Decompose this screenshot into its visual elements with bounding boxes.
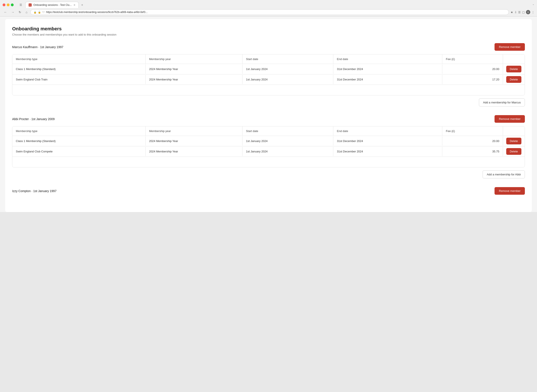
cell-fee: 20.00 bbox=[442, 64, 503, 74]
cell-type: Swim England Club Train bbox=[12, 75, 146, 84]
home-button[interactable]: ⌂ bbox=[24, 9, 29, 15]
tab-label: Onboarding sessions - Test Clu... bbox=[33, 4, 72, 6]
delete-button-abbi-0[interactable]: Delete bbox=[506, 138, 521, 145]
delete-button-abbi-1[interactable]: Delete bbox=[506, 148, 521, 155]
add-membership-row-marcus: Add a membership for Marcus bbox=[12, 98, 525, 108]
cell-start: 1st January 2024 bbox=[242, 147, 333, 156]
col-header-fee: Fee (£) bbox=[442, 126, 503, 136]
url-bar[interactable]: 🔒 🔓 🛡 https://testclub.membership.test/o… bbox=[30, 9, 509, 15]
col-header-end-date: End date bbox=[333, 54, 442, 64]
cell-fee: 17.20 bbox=[442, 75, 503, 84]
table-row: Class 1 Membership (Standard) 2024 Membe… bbox=[12, 64, 525, 74]
membership-table-marcus: Membership type Membership year Start da… bbox=[12, 54, 525, 95]
col-header-actions bbox=[503, 54, 525, 64]
cell-year: 2024 Membership Year bbox=[146, 136, 242, 146]
add-membership-button-abbi[interactable]: Add a membership for Abbi bbox=[483, 170, 525, 178]
cell-start: 1st January 2024 bbox=[242, 136, 333, 146]
member-section-abbi: Abbi Procter · 1st January 2009 Remove m… bbox=[12, 115, 525, 180]
table-header-abbi: Membership type Membership year Start da… bbox=[12, 126, 525, 136]
col-header-actions bbox=[503, 126, 525, 136]
table-row: Swim England Club Compete 2024 Membershi… bbox=[12, 146, 525, 157]
member-header-marcus: Marcus Kauffmann · 1st January 1997 Remo… bbox=[12, 43, 525, 51]
menu-icon[interactable]: ⋮ bbox=[532, 11, 534, 14]
active-tab[interactable]: SC Onboarding sessions - Test Clu... ✕ bbox=[25, 2, 79, 8]
new-tab-button[interactable]: + bbox=[79, 2, 85, 8]
member-header-izzy: Izzy Compton · 1st January 1997 Remove m… bbox=[12, 187, 525, 195]
cell-type: Class 1 Membership (Standard) bbox=[12, 136, 146, 146]
shield-icon: 🛡 bbox=[42, 11, 45, 14]
browser-toolbar-icons: ★ ⇩ ☰ ▢ U ⋮ bbox=[511, 10, 534, 14]
cell-start: 1st January 2024 bbox=[242, 64, 333, 74]
tab-bar: ☰ SC Onboarding sessions - Test Clu... ✕… bbox=[0, 0, 537, 8]
library-icon[interactable]: ☰ bbox=[518, 11, 521, 14]
col-header-membership-type: Membership type bbox=[12, 54, 146, 64]
cell-end: 31st December 2024 bbox=[333, 75, 442, 84]
cell-type: Class 1 Membership (Standard) bbox=[12, 64, 146, 74]
download-icon[interactable]: ⇩ bbox=[514, 11, 517, 14]
col-header-end-date: End date bbox=[333, 126, 442, 136]
col-header-membership-type: Membership type bbox=[12, 126, 146, 136]
cell-action: Delete bbox=[503, 136, 525, 146]
member-section-izzy: Izzy Compton · 1st January 1997 Remove m… bbox=[12, 187, 525, 198]
cell-year: 2024 Membership Year bbox=[146, 75, 242, 84]
sidebar-toggle-icon[interactable]: ☰ bbox=[17, 3, 24, 6]
member-name-abbi: Abbi Procter · 1st January 2009 bbox=[12, 117, 55, 121]
maximize-window-button[interactable] bbox=[11, 4, 14, 6]
url-text: https://testclub.membership.test/onboard… bbox=[46, 11, 506, 14]
cell-end: 31st December 2024 bbox=[333, 64, 442, 74]
window-controls bbox=[3, 4, 14, 6]
tab-close-button[interactable]: ✕ bbox=[74, 4, 75, 6]
close-window-button[interactable] bbox=[3, 4, 5, 6]
remove-member-button-abbi[interactable]: Remove member bbox=[495, 115, 525, 123]
tab-list-button[interactable]: ⌄ bbox=[532, 3, 534, 7]
page-title: Onboarding members bbox=[12, 26, 525, 32]
member-name-izzy: Izzy Compton · 1st January 1997 bbox=[12, 189, 56, 193]
col-header-membership-year: Membership year bbox=[146, 54, 242, 64]
table-row: Swim England Club Train 2024 Membership … bbox=[12, 74, 525, 85]
extensions-icon[interactable]: ▢ bbox=[522, 11, 525, 14]
col-header-start-date: Start date bbox=[242, 126, 333, 136]
cell-action: Delete bbox=[503, 146, 525, 157]
browser-chrome: ☰ SC Onboarding sessions - Test Clu... ✕… bbox=[0, 0, 537, 16]
tab-favicon-icon: SC bbox=[29, 4, 32, 6]
cell-action: Delete bbox=[503, 74, 525, 84]
cell-type: Swim England Club Compete bbox=[12, 147, 146, 156]
table-header-marcus: Membership type Membership year Start da… bbox=[12, 54, 525, 64]
table-empty-row bbox=[12, 85, 525, 95]
add-membership-button-marcus[interactable]: Add a membership for Marcus bbox=[479, 98, 525, 107]
add-membership-row-abbi: Add a membership for Abbi bbox=[12, 170, 525, 180]
remove-member-button-marcus[interactable]: Remove member bbox=[495, 43, 525, 51]
col-header-start-date: Start date bbox=[242, 54, 333, 64]
security-icon: 🔒 bbox=[34, 11, 37, 14]
table-row: Class 1 Membership (Standard) 2024 Membe… bbox=[12, 136, 525, 146]
cell-end: 31st December 2024 bbox=[333, 136, 442, 146]
remove-member-button-izzy[interactable]: Remove member bbox=[495, 187, 525, 195]
lock-icon: 🔓 bbox=[38, 11, 41, 14]
cell-year: 2024 Membership Year bbox=[146, 64, 242, 74]
member-name-marcus: Marcus Kauffmann · 1st January 1997 bbox=[12, 45, 63, 49]
cell-end: 31st December 2024 bbox=[333, 147, 442, 156]
membership-table-abbi: Membership type Membership year Start da… bbox=[12, 126, 525, 167]
col-header-fee: Fee (£) bbox=[442, 54, 503, 64]
forward-button[interactable]: → bbox=[10, 9, 16, 15]
page-subtitle: Choose the members and memberships you w… bbox=[12, 33, 525, 36]
cell-start: 1st January 2024 bbox=[242, 75, 333, 84]
address-bar: ← → ↻ ⌂ 🔒 🔓 🛡 https://testclub.membershi… bbox=[0, 8, 537, 16]
table-empty-row bbox=[12, 157, 525, 167]
bookmark-icon[interactable]: ★ bbox=[511, 11, 513, 14]
back-button[interactable]: ← bbox=[3, 9, 8, 15]
minimize-window-button[interactable] bbox=[7, 4, 9, 6]
cell-fee: 35.75 bbox=[442, 147, 503, 156]
col-header-membership-year: Membership year bbox=[146, 126, 242, 136]
member-header-abbi: Abbi Procter · 1st January 2009 Remove m… bbox=[12, 115, 525, 123]
reload-button[interactable]: ↻ bbox=[17, 9, 23, 15]
member-section-marcus: Marcus Kauffmann · 1st January 1997 Remo… bbox=[12, 43, 525, 108]
page-header: Onboarding members Choose the members an… bbox=[12, 26, 525, 36]
profile-icon[interactable]: U bbox=[526, 10, 530, 14]
delete-button-marcus-0[interactable]: Delete bbox=[506, 66, 521, 72]
cell-year: 2024 Membership Year bbox=[146, 147, 242, 156]
page-content: Onboarding members Choose the members an… bbox=[5, 19, 532, 212]
cell-action: Delete bbox=[503, 64, 525, 74]
cell-fee: 20.00 bbox=[442, 136, 503, 146]
delete-button-marcus-1[interactable]: Delete bbox=[506, 76, 521, 83]
